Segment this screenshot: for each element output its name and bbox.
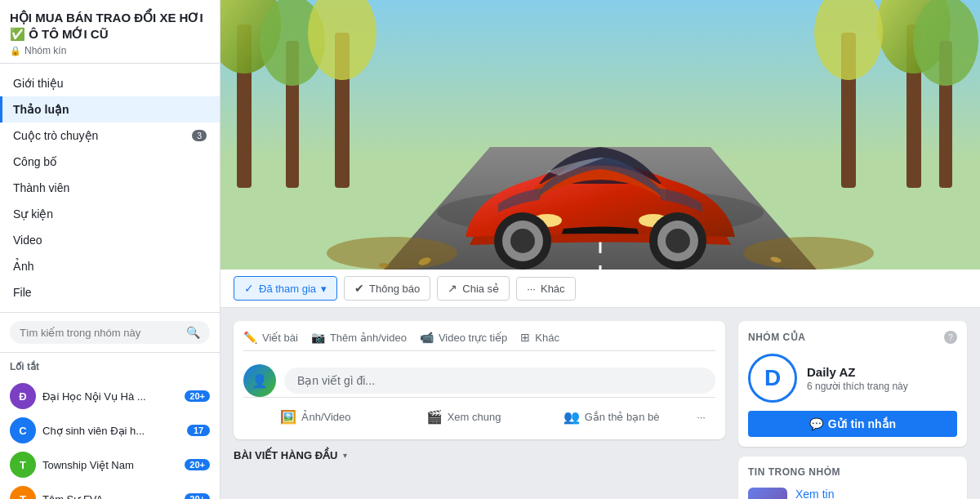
- sort-bar: BÀI VIẾT HÀNG ĐẦU ▾: [234, 449, 725, 461]
- sidebar-nav-item[interactable]: Giới thiệu: [0, 70, 220, 96]
- write-post-bottom: 🖼️ Ảnh/Video 🎬 Xem chung 👥 Gắn thẻ bạn b…: [243, 397, 715, 430]
- nhom-name: Daily AZ: [807, 365, 957, 379]
- sidebar-nav-item[interactable]: Cuộc trò chuyện3: [0, 123, 220, 149]
- share-icon: ↗: [448, 282, 457, 295]
- search-box: 🔍: [0, 313, 220, 353]
- chevron-sort-icon[interactable]: ▾: [343, 451, 347, 460]
- tin-content: Xem tin 16 phút trước: [795, 488, 957, 499]
- shortcut-name: Chợ sinh viên Đại h...: [42, 425, 180, 437]
- sidebar-nav-item[interactable]: Sự kiện: [0, 201, 220, 227]
- feed-column: ✏️ Viết bài 📷 Thêm ảnh/video 📹 Video trự…: [234, 321, 725, 499]
- content-area: ✏️ Viết bài 📷 Thêm ảnh/video 📹 Video trự…: [220, 308, 980, 499]
- write-post-top: ✏️ Viết bài 📷 Thêm ảnh/video 📹 Video trự…: [243, 331, 715, 358]
- nav-item-label: Sự kiện: [13, 207, 53, 221]
- nav-item-label: Thảo luận: [13, 103, 69, 116]
- shortcut-avatar: C: [10, 417, 36, 443]
- svg-point-10: [913, 0, 978, 86]
- shortcut-item[interactable]: ĐĐại Học Nội Vụ Hà ...20+: [10, 379, 210, 413]
- shortcut-item[interactable]: CChợ sinh viên Đại h...17: [10, 413, 210, 448]
- video-icon: 📹: [420, 331, 434, 344]
- tin-trong-nhom-card: TIN TRONG NHÓM Xem tin 16 phút trước: [738, 457, 967, 499]
- messenger-icon: 💬: [809, 417, 823, 430]
- group-privacy: 🔒 Nhóm kín: [10, 45, 210, 56]
- shortcut-avatar: T: [10, 486, 36, 499]
- nhom-info: Daily AZ 6 người thích trang này: [807, 365, 957, 392]
- nhom-avatar: D: [748, 354, 797, 403]
- nav-badge: 3: [192, 130, 207, 141]
- photo-add-icon: 📷: [311, 331, 325, 344]
- user-avatar: 👤: [243, 364, 276, 397]
- shortcut-name: Township Việt Nam: [42, 459, 178, 471]
- shortcuts-section: Lối tắt ĐĐại Học Nội Vụ Hà ...20+CChợ si…: [0, 353, 220, 499]
- tin-thumbnail: [748, 488, 787, 499]
- shortcuts-label: Lối tắt: [10, 361, 210, 372]
- post-input[interactable]: Bạn viết gì đi...: [284, 368, 715, 394]
- more-post-btn[interactable]: ···: [687, 404, 715, 430]
- shortcut-name: Đại Học Nội Vụ Hà ...: [42, 390, 178, 403]
- action-bar: ✓ Đã tham gia ▾ ✔ Thông báo ↗ Chia sẻ ··…: [220, 270, 980, 308]
- shortcut-badge: 20+: [185, 459, 210, 470]
- shortcut-avatar: Đ: [10, 383, 36, 409]
- sidebar-nav-item[interactable]: File: [0, 279, 220, 305]
- joined-icon: ✓: [244, 282, 254, 295]
- svg-point-16: [743, 237, 874, 270]
- nav-item-label: Video: [13, 234, 42, 247]
- sidebar: HỘI MUA BÁN TRAO ĐỔI XE HƠI ✅ Ô TÔ MỚI C…: [0, 0, 220, 499]
- svg-point-25: [666, 229, 690, 253]
- video-truc-tiep-btn[interactable]: 📹 Video trực tiếp: [420, 331, 507, 344]
- share-button[interactable]: ↗ Chia sẻ: [437, 276, 510, 301]
- shortcut-avatar: T: [10, 452, 36, 478]
- write-post-input-row: 👤 Bạn viết gì đi...: [243, 364, 715, 397]
- ellipsis-h-icon: ···: [697, 411, 706, 423]
- right-column: NHÓM CỦA ? D Daily AZ 6 người thích tran…: [738, 321, 967, 499]
- photo-video-btn[interactable]: 🖼️ Ảnh/Video: [243, 404, 388, 430]
- sidebar-nav-item[interactable]: Công bố: [0, 149, 220, 175]
- search-input[interactable]: [20, 327, 180, 339]
- tag-ban-be-btn[interactable]: 👥 Gắn thẻ bạn bè: [539, 404, 684, 430]
- bell-icon: ✔: [354, 282, 364, 295]
- shortcut-item[interactable]: TTownship Việt Nam20+: [10, 448, 210, 482]
- nav-item-label: Ảnh: [13, 260, 34, 273]
- tin-link[interactable]: Xem tin: [795, 488, 834, 499]
- sidebar-nav-item[interactable]: Thành viên: [0, 175, 220, 201]
- photo-icon: 🖼️: [280, 409, 296, 425]
- nhom-cua-card: NHÓM CỦA ? D Daily AZ 6 người thích tran…: [738, 321, 967, 447]
- help-icon[interactable]: ?: [944, 331, 957, 344]
- tag-icon: 👥: [564, 409, 580, 425]
- sidebar-nav: Giới thiệuThảo luậnCuộc trò chuyện3Công …: [0, 64, 220, 313]
- sidebar-nav-item[interactable]: Ảnh: [0, 253, 220, 279]
- group-title: HỘI MUA BÁN TRAO ĐỔI XE HƠI ✅ Ô TÔ MỚI C…: [10, 10, 210, 42]
- shortcut-badge: 20+: [185, 390, 210, 402]
- chevron-down-icon: ▾: [321, 283, 327, 295]
- tin-item: Xem tin 16 phút trước: [748, 488, 957, 499]
- send-message-button[interactable]: 💬 Gửi tin nhắn: [748, 411, 957, 437]
- shortcut-badge: 17: [187, 425, 210, 436]
- joined-button[interactable]: ✓ Đã tham gia ▾: [234, 276, 337, 301]
- khac-top-btn[interactable]: ⊞ Khác: [520, 331, 559, 344]
- cover-area: [220, 0, 980, 270]
- nav-item-label: Cuộc trò chuyện: [13, 129, 98, 142]
- main-content: ✓ Đã tham gia ▾ ✔ Thông báo ↗ Chia sẻ ··…: [220, 0, 980, 499]
- nav-item-label: Công bố: [13, 155, 57, 168]
- them-anh-video-btn[interactable]: 📷 Thêm ảnh/video: [311, 331, 407, 344]
- notify-button[interactable]: ✔ Thông báo: [344, 276, 430, 301]
- write-post-box: ✏️ Viết bài 📷 Thêm ảnh/video 📹 Video trự…: [234, 321, 725, 439]
- more-button[interactable]: ··· Khác: [516, 277, 575, 301]
- shortcut-badge: 20+: [185, 493, 210, 499]
- ellipsis-icon: ···: [527, 283, 536, 295]
- shortcut-name: Tâm Sự FVA: [42, 493, 178, 500]
- group-header: HỘI MUA BÁN TRAO ĐỔI XE HƠI ✅ Ô TÔ MỚI C…: [0, 0, 220, 64]
- tin-trong-nhom-header: TIN TRONG NHÓM: [748, 466, 957, 478]
- shortcut-item[interactable]: TTâm Sự FVA20+: [10, 482, 210, 499]
- sidebar-nav-item[interactable]: Video: [0, 227, 220, 253]
- lock-icon: 🔒: [10, 46, 21, 56]
- pencil-icon: ✏️: [243, 331, 257, 344]
- search-input-wrap[interactable]: 🔍: [10, 321, 210, 344]
- svg-point-15: [327, 237, 457, 270]
- viet-bai-btn[interactable]: ✏️ Viết bài: [243, 331, 298, 344]
- xem-chung-btn[interactable]: 🎬 Xem chung: [391, 404, 536, 430]
- nav-item-label: File: [13, 286, 32, 299]
- nav-item-label: Thành viên: [13, 181, 69, 194]
- sidebar-nav-item[interactable]: Thảo luận: [0, 96, 220, 123]
- svg-point-22: [510, 229, 535, 253]
